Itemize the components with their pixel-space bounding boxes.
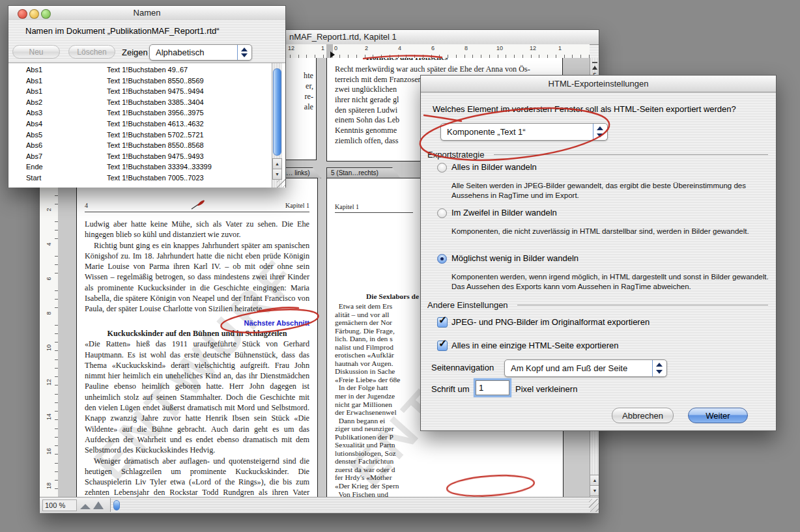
- namen-window: Namen Namen im Dokument „PublikationMAF_…: [8, 5, 286, 188]
- name-list-row[interactable]: Abs1 Text 1!Buchstaben 8550..8569: [8, 76, 285, 87]
- scroll-down-button[interactable]: ▼: [590, 485, 599, 496]
- name-cell: Abs2: [8, 97, 107, 108]
- html-export-dialog: HTML-Exporteinstellungen Welches Element…: [420, 75, 777, 431]
- zeigen-popup-value: Alphabetisch: [156, 45, 204, 60]
- window-resize-handle[interactable]: [277, 179, 285, 188]
- page-text-line: zuerst da war oder d: [335, 466, 560, 474]
- name-cell: Abs1: [8, 64, 107, 76]
- ruler-number: 10: [496, 45, 503, 51]
- name-cell: Abs7: [8, 151, 107, 162]
- name-list-row[interactable]: Abs7 Text 1!Buchstaben 9475..9493: [8, 151, 285, 162]
- page-text-line: Sexualität und Partn: [335, 441, 560, 449]
- running-chapter: Kapitel 1: [335, 203, 413, 213]
- ruler-origin-marker[interactable]: [330, 51, 335, 58]
- ruler-number: 4: [46, 242, 52, 245]
- scrollbar-thumb[interactable]: [113, 500, 120, 511]
- reference-cell: Text 1!Buchstaben 33394..33399: [107, 161, 212, 173]
- name-list-row[interactable]: Abs1 Text 1!Buchstaben 49..67: [8, 64, 285, 76]
- name-cell: Abs5: [8, 130, 107, 141]
- component-popup[interactable]: Komponente „Text 1“: [440, 123, 608, 141]
- scroll-down-button[interactable]: ▼: [272, 169, 282, 180]
- name-list-row[interactable]: Abs4 Text 1!Buchstaben 4613..4632: [8, 119, 285, 130]
- loeschen-button[interactable]: Löschen: [68, 45, 115, 59]
- radio-label: Alles in Bilder wandeln: [451, 162, 537, 172]
- checkmark-icon: ✓: [438, 314, 447, 326]
- radio-description: Alle Seiten werden in JPEG-Bilder gewand…: [451, 181, 780, 200]
- page-text-fragment: re-: [281, 91, 313, 102]
- cancel-button[interactable]: Abbrechen: [612, 408, 674, 423]
- next-section-link[interactable]: Nächster Abschnitt: [244, 319, 309, 327]
- radio-description: Komponenten, die nicht zuverlässig in HT…: [451, 227, 780, 236]
- zoom-button[interactable]: [41, 9, 51, 19]
- ruler-number: 12: [530, 45, 536, 51]
- ruler-number: 16: [46, 447, 52, 454]
- zeigen-popup[interactable]: Alphabetisch: [149, 44, 252, 61]
- name-list-row[interactable]: Abs1 Text 1!Buchstaben 9475..9494: [8, 86, 285, 97]
- reference-cell: Text 1!Buchstaben 8550..8569: [107, 76, 204, 87]
- zoom-level[interactable]: 100 %: [42, 499, 77, 511]
- name-cell: Abs1: [8, 76, 107, 87]
- ruler-number: 8: [46, 311, 52, 315]
- page-2[interactable]: hteer,re-ale: [281, 58, 317, 160]
- page-text-fragment: hte: [281, 70, 313, 81]
- reference-cell: Text 1!Buchstaben 5702..5721: [107, 130, 204, 141]
- scrollbar-thumb[interactable]: [273, 68, 281, 156]
- name-list-row[interactable]: Ende Text 1!Buchstaben 33394..33399: [8, 161, 285, 173]
- zoom-in-mountain-icon[interactable]: [93, 501, 104, 509]
- reference-cell: Text 1!Buchstaben 8550..8568: [107, 140, 204, 151]
- seitennavigation-popup[interactable]: Am Kopf und am Fuß der Seite: [504, 359, 667, 377]
- name-list-row[interactable]: Abs6 Text 1!Buchstaben 8550..8568: [8, 140, 285, 151]
- paragraph: Ludwig aber hatte keine Mühe, sich als V…: [85, 219, 309, 240]
- namen-titlebar[interactable]: Namen: [8, 6, 285, 21]
- pixel-verkleinern-label: Pixel verkleinern: [515, 384, 577, 394]
- page-text-line: fer Hrdy's «Mother: [335, 473, 560, 482]
- paragraph: «Die Ratten» hieß das 1911 uraufgeführte…: [85, 339, 309, 455]
- document-window-title: nMAF_Report1.rtd, Kapitel 1: [289, 30, 397, 44]
- page-4[interactable]: ENTWURF 4 Kapitel 1 Ludwig abe: [76, 178, 318, 497]
- section-rule: [517, 305, 768, 305]
- ruler-number: 2: [46, 208, 52, 211]
- name-cell: Start: [8, 173, 107, 184]
- name-cell: Abs6: [8, 140, 107, 151]
- ruler-number: 18: [46, 482, 52, 488]
- page-up-icon[interactable]: [592, 66, 597, 70]
- ruler-number: 4: [398, 45, 401, 51]
- schrift-um-label: Schrift um: [431, 384, 470, 394]
- scroll-up-button[interactable]: ▲: [272, 158, 282, 169]
- minimize-button[interactable]: [29, 9, 39, 19]
- window-resize-handle[interactable]: [589, 499, 599, 512]
- weiter-button[interactable]: Weiter: [688, 408, 748, 423]
- radio-description: Komponenten werden, wenn irgend möglich,…: [451, 272, 780, 291]
- zeigen-label: Zeigen: [122, 48, 148, 57]
- name-list-row[interactable]: Abs3 Text 1!Buchstaben 3956..3975: [8, 107, 285, 119]
- radio-alles-in-bilder[interactable]: [437, 163, 447, 173]
- scroll-up-button[interactable]: ▲: [590, 475, 599, 486]
- horizontal-scrollbar[interactable]: [110, 498, 590, 512]
- checkbox-originalformat[interactable]: ✓: [437, 317, 448, 328]
- name-list-row[interactable]: Start Text 1!Buchstaben 7005..7023: [8, 173, 285, 184]
- checkmark-icon: ✓: [438, 337, 447, 350]
- page-number: 4: [85, 202, 88, 209]
- reference-cell: Text 1!Buchstaben 4613..4632: [107, 119, 204, 130]
- zoom-out-mountain-icon[interactable]: [80, 504, 91, 509]
- running-chapter: Kapitel 1: [285, 202, 309, 209]
- paragraph: Richtig bunt ging es ein knappes Jahrhun…: [85, 240, 309, 315]
- reference-cell: Text 1!Buchstaben 3956..3975: [107, 107, 204, 119]
- ruler-number: 6: [431, 45, 435, 51]
- shrink-pixels-input[interactable]: [476, 380, 509, 395]
- page-text-line: Recht merkwürdig war auch später die Ehe…: [335, 64, 560, 75]
- name-list-row[interactable]: Abs5 Text 1!Buchstaben 5702..5721: [8, 130, 285, 141]
- checkbox-einzige-seite[interactable]: ✓: [437, 341, 448, 351]
- close-button[interactable]: [18, 9, 27, 19]
- radio-moeglichst-wenig[interactable]: [437, 254, 447, 264]
- namen-scrollbar[interactable]: ▲ ▼: [272, 63, 282, 188]
- neu-button[interactable]: Neu: [12, 45, 60, 59]
- name-list-row[interactable]: Abs2 Text 1!Buchstaben 3385..3404: [8, 97, 285, 108]
- ruler-number: 2: [365, 45, 368, 51]
- name-cell: Abs4: [8, 119, 107, 130]
- divider: [592, 62, 597, 63]
- page-tab-right[interactable]: 5 (Stan…rechts): [326, 167, 401, 178]
- radio-im-zweifel[interactable]: [437, 208, 447, 218]
- dialog-titlebar[interactable]: HTML-Exporteinstellungen: [421, 76, 776, 92]
- checkbox-label: JPEG- und PNG-Bilder im Originalformat e…: [451, 317, 650, 327]
